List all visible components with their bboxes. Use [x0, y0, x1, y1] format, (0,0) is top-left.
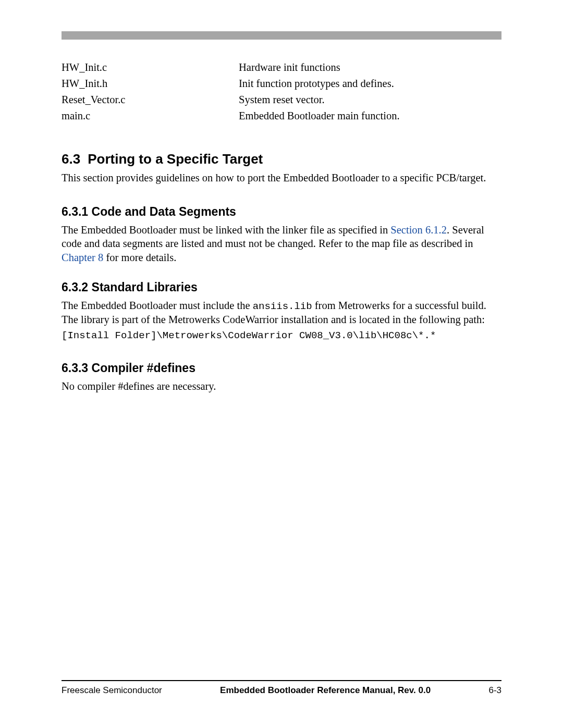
heading-title: Standard Libraries — [92, 280, 198, 294]
document-page: HW_Init.c Hardware init functions HW_Ini… — [0, 0, 563, 728]
heading-number: 6.3.2 — [62, 280, 88, 294]
inline-code: ansiis.lib — [253, 301, 312, 312]
paragraph-6-3-2: The Embedded Bootloader must include the… — [62, 299, 501, 327]
file-name-cell: Reset_Vector.c — [62, 92, 239, 108]
paragraph-6-3-3: No compiler #defines are necessary. — [62, 379, 501, 393]
paragraph-6-3-1: The Embedded Bootloader must be linked w… — [62, 223, 501, 265]
heading-number: 6.3.1 — [62, 205, 88, 218]
cross-ref-link[interactable]: Chapter 8 — [62, 252, 103, 263]
file-name-cell: main.c — [62, 108, 239, 124]
file-desc-cell: Init function prototypes and defines. — [239, 76, 501, 92]
heading-number: 6.3 — [62, 151, 80, 167]
heading-6-3-1: 6.3.1 Code and Data Segments — [62, 205, 501, 219]
file-description-table: HW_Init.c Hardware init functions HW_Ini… — [62, 59, 501, 124]
heading-title: Compiler #defines — [92, 361, 195, 375]
text-run: The Embedded Bootloader must include the — [62, 300, 253, 311]
table-row: Reset_Vector.c System reset vector. — [62, 92, 501, 108]
file-desc-cell: Hardware init functions — [239, 59, 501, 76]
heading-6-3: 6.3Porting to a Specific Target — [62, 151, 501, 167]
footer-title: Embedded Bootloader Reference Manual, Re… — [162, 685, 489, 696]
page-footer: Freescale Semiconductor Embedded Bootloa… — [62, 680, 501, 696]
footer-page-number: 6-3 — [488, 685, 501, 696]
intro-paragraph: This section provides guidelines on how … — [62, 171, 501, 185]
heading-title: Porting to a Specific Target — [88, 151, 263, 167]
heading-number: 6.3.3 — [62, 361, 88, 375]
file-name-cell: HW_Init.c — [62, 59, 239, 76]
header-rule — [62, 31, 501, 40]
footer-vendor: Freescale Semiconductor — [62, 685, 162, 696]
heading-6-3-2: 6.3.2 Standard Libraries — [62, 280, 501, 294]
text-run: for more details. — [103, 252, 176, 263]
cross-ref-link[interactable]: Section 6.1.2 — [390, 224, 447, 236]
file-desc-cell: Embedded Bootloader main function. — [239, 108, 501, 124]
heading-title: Code and Data Segments — [92, 205, 236, 218]
table-row: HW_Init.c Hardware init functions — [62, 59, 501, 76]
heading-6-3-3: 6.3.3 Compiler #defines — [62, 361, 501, 375]
text-run: The Embedded Bootloader must be linked w… — [62, 224, 390, 236]
file-name-cell: HW_Init.h — [62, 76, 239, 92]
table-row: main.c Embedded Bootloader main function… — [62, 108, 501, 124]
table-row: HW_Init.h Init function prototypes and d… — [62, 76, 501, 92]
file-desc-cell: System reset vector. — [239, 92, 501, 108]
code-path: [Install Folder]\Metrowerks\CodeWarrior … — [62, 330, 501, 341]
